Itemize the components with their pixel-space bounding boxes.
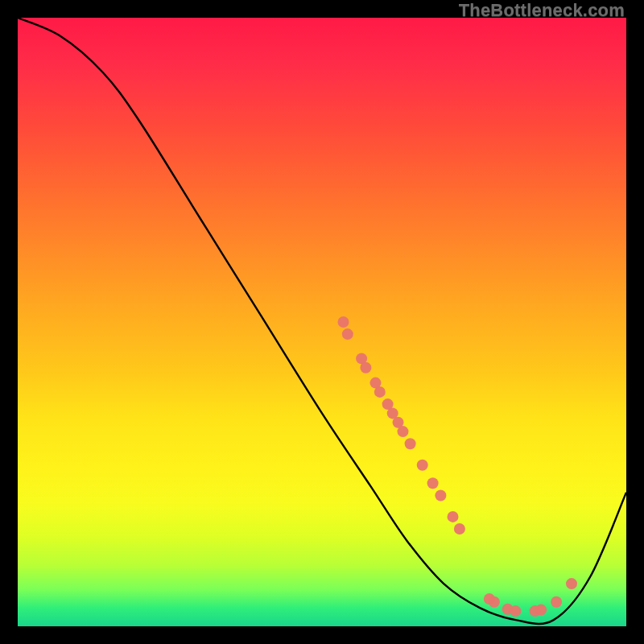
data-marker [338,316,349,328]
data-marker [435,490,446,502]
data-marker [510,605,521,617]
bottleneck-curve [18,18,626,624]
data-marker [427,477,439,489]
data-marker [551,597,562,608]
bottleneck-curve-svg [18,18,626,626]
watermark-label: TheBottleneck.com [459,0,625,21]
data-marker [454,523,465,535]
data-marker [374,386,386,398]
data-marker [405,438,416,449]
data-marker [417,460,428,471]
data-marker [448,511,459,522]
chart-frame: TheBottleneck.com [0,0,644,644]
data-marker [360,362,371,374]
data-marker [342,328,353,340]
data-marker [489,597,500,608]
data-marker [566,578,577,589]
plot-area [18,18,626,626]
data-marker [398,426,409,437]
data-marker [535,605,547,616]
